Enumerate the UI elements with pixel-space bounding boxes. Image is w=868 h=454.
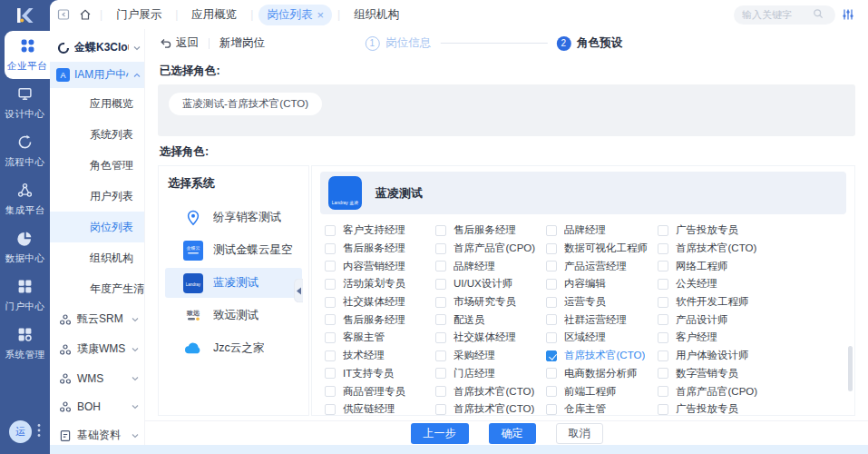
- sidebar-item-process[interactable]: 流程中心: [0, 127, 50, 175]
- checkbox-icon[interactable]: [325, 368, 336, 379]
- checkbox-icon[interactable]: [546, 404, 557, 415]
- checkbox-icon[interactable]: [435, 279, 446, 290]
- subnav-group[interactable]: WMS: [50, 364, 144, 392]
- checkbox-icon[interactable]: [435, 314, 446, 325]
- role-option[interactable]: 技术经理: [325, 347, 435, 365]
- role-option[interactable]: 前端工程师: [546, 382, 658, 400]
- checkbox-icon[interactable]: [546, 261, 557, 271]
- role-option[interactable]: 配送员: [435, 311, 546, 329]
- scrollbar-thumb[interactable]: [848, 346, 853, 391]
- role-option[interactable]: 首席技术官(CTO): [546, 347, 658, 365]
- role-option[interactable]: 数字营销专员: [658, 365, 846, 383]
- role-option[interactable]: 售后服务经理: [325, 240, 435, 258]
- checkbox-icon[interactable]: [325, 279, 336, 290]
- tab-portal-display[interactable]: 门户展示: [108, 5, 170, 25]
- checkbox-icon[interactable]: [435, 243, 446, 254]
- sidebar-item-design[interactable]: 设计中心: [0, 79, 50, 127]
- role-option[interactable]: 数据可视化工程师: [546, 240, 658, 258]
- search-icon[interactable]: [813, 6, 824, 23]
- role-option[interactable]: UI/UX设计师: [435, 275, 546, 293]
- checkbox-icon[interactable]: [435, 350, 446, 361]
- checkbox-icon[interactable]: [435, 404, 446, 415]
- role-option[interactable]: 客服主管: [325, 329, 435, 347]
- checkbox-icon[interactable]: [546, 279, 557, 290]
- role-option[interactable]: IT支持专员: [325, 365, 435, 383]
- subnav-item[interactable]: 用户列表: [50, 181, 144, 212]
- system-item[interactable]: 致远致远测试: [165, 301, 302, 331]
- role-option[interactable]: 内容编辑: [546, 275, 658, 293]
- role-option[interactable]: 商品管理专员: [325, 382, 435, 400]
- avatar[interactable]: 运: [9, 420, 32, 443]
- subnav-item[interactable]: 岗位列表: [50, 212, 144, 242]
- sidebar-item-system[interactable]: 系统管理: [0, 320, 50, 368]
- role-option[interactable]: 供应链经理: [325, 400, 435, 419]
- role-option[interactable]: 首席产品官(CPO): [658, 382, 846, 400]
- role-option[interactable]: 公关经理: [658, 275, 846, 293]
- role-option[interactable]: 客户支持经理: [325, 222, 435, 240]
- checkbox-icon[interactable]: [546, 314, 557, 325]
- role-option[interactable]: 广告投放专员: [658, 400, 846, 419]
- checkbox-icon[interactable]: [546, 297, 557, 308]
- checkbox-icon[interactable]: [546, 368, 557, 379]
- role-option[interactable]: 首席技术官(CTO): [658, 240, 846, 258]
- tab-position-list[interactable]: 岗位列表×: [258, 5, 332, 25]
- role-option[interactable]: 产品设计师: [658, 311, 846, 329]
- checkbox-icon[interactable]: [435, 225, 446, 236]
- checkbox-icon[interactable]: [325, 314, 336, 325]
- checkbox-icon[interactable]: [325, 386, 336, 397]
- role-option[interactable]: 仓库主管: [546, 400, 658, 419]
- role-option[interactable]: 电商数据分析师: [546, 365, 658, 383]
- role-option[interactable]: 广告投放专员: [658, 222, 846, 240]
- sidebar-item-iam-center[interactable]: A IAM用户中心: [50, 62, 144, 88]
- sidebar-item-data[interactable]: 数据中心: [0, 223, 50, 271]
- checkbox-icon[interactable]: [325, 404, 336, 415]
- cancel-button[interactable]: 取消: [556, 423, 603, 444]
- role-option[interactable]: 网络工程师: [658, 257, 846, 275]
- checkbox-icon[interactable]: [325, 261, 336, 271]
- checkbox-icon[interactable]: [658, 279, 668, 290]
- checkbox-icon[interactable]: [658, 332, 668, 343]
- system-item[interactable]: 金蝶云测试金蝶云星空: [165, 235, 302, 265]
- role-option[interactable]: 社交媒体经理: [325, 293, 435, 311]
- search-input[interactable]: [742, 9, 813, 20]
- role-option[interactable]: 首席技术官(CTO): [435, 382, 546, 400]
- system-item[interactable]: Jzc云之家: [165, 333, 302, 363]
- subnav-group[interactable]: BOH: [50, 392, 144, 420]
- checkbox-icon[interactable]: [658, 386, 668, 397]
- checkbox-icon[interactable]: [546, 332, 557, 343]
- checkbox-icon[interactable]: [658, 297, 668, 308]
- role-option[interactable]: 区域经理: [546, 329, 658, 347]
- role-option[interactable]: 社群运营经理: [546, 311, 658, 329]
- subnav-item[interactable]: 应用概览: [50, 88, 144, 119]
- role-option[interactable]: 首席技术官(CTO): [435, 400, 546, 419]
- subnav-item[interactable]: 组织机构: [50, 242, 144, 273]
- role-option[interactable]: 客户经理: [658, 329, 846, 347]
- confirm-button[interactable]: 确定: [489, 423, 536, 444]
- prev-step-button[interactable]: 上一步: [411, 423, 469, 444]
- system-item[interactable]: 纷享销客测试: [165, 202, 302, 232]
- role-option[interactable]: 用户体验设计师: [658, 347, 846, 365]
- back-button[interactable]: 返回: [160, 35, 199, 51]
- checkbox-icon[interactable]: [658, 368, 668, 379]
- role-option[interactable]: 售后服务经理: [325, 311, 435, 329]
- sidebar-item-integration[interactable]: 集成平台: [0, 175, 50, 223]
- role-option[interactable]: 品牌经理: [546, 222, 658, 240]
- more-vert-icon[interactable]: [37, 423, 41, 441]
- checkbox-icon[interactable]: [435, 386, 446, 397]
- checkbox-icon[interactable]: [658, 350, 668, 361]
- home-icon[interactable]: [76, 5, 94, 24]
- product-switcher[interactable]: 金蝶K3Cloud: [50, 34, 144, 62]
- checkbox-icon[interactable]: [658, 314, 668, 325]
- checkbox-icon[interactable]: [658, 404, 668, 415]
- role-option[interactable]: 活动策划专员: [325, 275, 435, 293]
- role-option[interactable]: 内容营销经理: [325, 257, 435, 275]
- collapse-sidebar-icon[interactable]: [54, 5, 73, 24]
- kingdee-logo-icon[interactable]: [0, 0, 50, 31]
- collapse-handle[interactable]: [294, 279, 303, 303]
- checkbox-icon[interactable]: [435, 261, 446, 271]
- subnav-item[interactable]: 年度产生清...: [50, 273, 144, 304]
- checkbox-icon[interactable]: [435, 297, 446, 308]
- checkbox-icon[interactable]: [325, 225, 336, 236]
- checkbox-icon[interactable]: [325, 297, 336, 308]
- role-option[interactable]: 产品运营经理: [546, 257, 658, 275]
